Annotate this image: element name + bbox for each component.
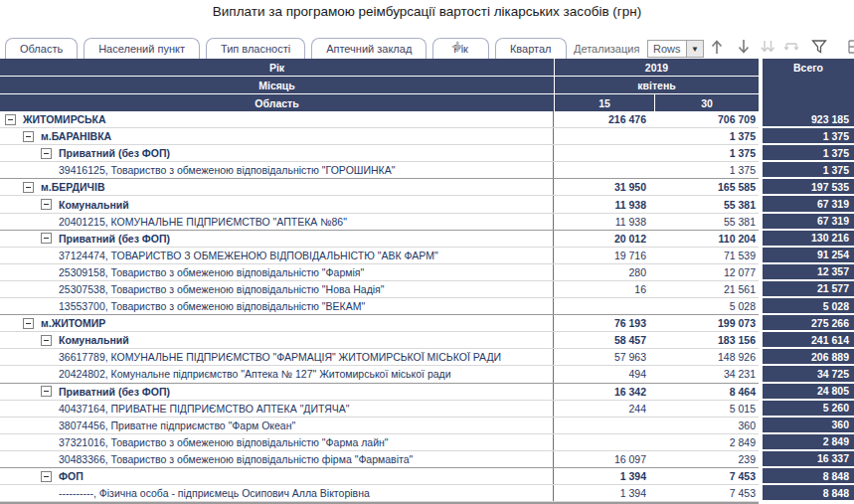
collapse-minus-icon[interactable] [41, 233, 52, 244]
table-row: Приватний (без ФОП)16 3428 46424 805 [0, 384, 854, 401]
collapse-minus-icon[interactable] [41, 148, 52, 159]
row-main-cells: 36617789, КОМУНАЛЬНЕ ПІДПРИЄМСТВО "ФАРМА… [0, 349, 759, 366]
table-row: м.ЖИТОМИР76 193199 073275 266 [0, 315, 854, 332]
value-cell-day15: 16 342 [554, 384, 654, 400]
table-row: 40437164, ПРИВАТНЕ ПІДПРИЄМСТВО АПТЕКА "… [0, 401, 854, 418]
value-cell-day15: 20 012 [554, 231, 654, 247]
table-row: 39416125, Товариство з обмеженою відпові… [0, 162, 854, 179]
row-main-cells: Комунальний11 93855 381 [0, 196, 759, 213]
expand-all-icon[interactable] [759, 38, 776, 56]
collapse-minus-icon[interactable] [23, 318, 34, 329]
row-label-cell: ----------, Фізична особа - підприємець … [0, 485, 554, 501]
value-cell-day30: 7 453 [654, 468, 759, 484]
row-label: 20424802, Комунальне підприємство "Аптек… [59, 368, 451, 380]
filter-field-chip[interactable]: Аптечний заклад [311, 38, 427, 59]
row-label: 40437164, ПРИВАТНЕ ПІДПРИЄМСТВО АПТЕКА "… [59, 403, 350, 415]
collapse-minus-icon[interactable] [23, 182, 34, 193]
collapse-minus-icon[interactable] [41, 335, 52, 346]
collapse-minus-icon[interactable] [41, 471, 52, 482]
value-cell-day30: 8 464 [654, 384, 759, 400]
filter-icon[interactable] [810, 38, 828, 56]
total-cell: 5 260 [763, 401, 854, 418]
row-main-cells: Приватний (без ФОП)1 375 [0, 145, 759, 162]
value-cell-day15 [554, 145, 654, 161]
value-cell-day15: 16 097 [554, 451, 654, 467]
row-label: Приватний (без ФОП) [59, 386, 170, 398]
value-cell-day15 [554, 418, 654, 433]
row-label-cell: м.БАРАНІВКА [0, 128, 554, 144]
collapse-minus-icon[interactable] [41, 386, 52, 397]
row-main-cells: 37124474, ТОВАРИСТВО З ОБМЕЖЕНОЮ ВІДПОВІ… [0, 248, 759, 264]
value-cell-day30: 110 204 [654, 231, 759, 247]
collapse-all-icon[interactable] [782, 38, 800, 56]
pivot-header: Рік 2019 Місяць квітень Область 15 30 Вс… [0, 59, 854, 111]
table-row: 25309158, Товариство з обмеженою відпові… [0, 264, 854, 281]
table-row: м.БАРАНІВКА1 3751 375 [0, 128, 854, 145]
value-cell-day15 [554, 128, 654, 144]
row-label: 25307538, Товариство з обмеженою відпові… [59, 283, 385, 295]
value-cell-day30: 55 381 [654, 196, 759, 212]
value-cell-day30: 706 709 [654, 111, 759, 127]
table-row: 13553700, Товариство з обмеженою відпові… [0, 298, 854, 315]
header-day-30[interactable]: 30 [655, 94, 759, 111]
add-field-icon[interactable]: + [451, 36, 463, 57]
total-cell: 24 805 [763, 384, 854, 401]
chevron-down-icon[interactable]: ▼ [686, 41, 703, 57]
row-main-cells: 30483366, Товариство з обмеженою відпові… [0, 451, 759, 468]
header-day-15[interactable]: 15 [555, 94, 654, 111]
value-cell-day15: 280 [554, 264, 654, 280]
row-label: ФОП [59, 470, 84, 482]
filter-field-chip[interactable]: Квартал [495, 38, 567, 59]
collapse-minus-icon[interactable] [5, 114, 16, 125]
partial-clipped-icon[interactable] [847, 38, 854, 56]
row-label-cell: 40437164, ПРИВАТНЕ ПІДПРИЄМСТВО АПТЕКА "… [0, 401, 554, 417]
move-down-icon[interactable] [735, 38, 753, 56]
header-month-value: квітень [555, 77, 759, 93]
detail-dropdown[interactable]: Rows ▼ [647, 40, 704, 58]
value-cell-day30: 183 156 [654, 332, 759, 348]
value-cell-day30: 1 375 [654, 128, 759, 144]
collapse-minus-icon[interactable] [41, 199, 52, 210]
value-cell-day30: 148 926 [654, 349, 759, 365]
row-main-cells: 25307538, Товариство з обмеженою відпові… [0, 281, 759, 298]
total-cell: 91 254 [763, 248, 854, 264]
row-label-cell: 36617789, КОМУНАЛЬНЕ ПІДПРИЄМСТВО "ФАРМА… [0, 349, 554, 365]
detail-label: Детализация [574, 43, 639, 55]
row-main-cells: 40437164, ПРИВАТНЕ ПІДПРИЄМСТВО АПТЕКА "… [0, 401, 759, 418]
value-cell-day30: 199 073 [654, 315, 759, 331]
collapse-minus-icon[interactable] [23, 131, 34, 142]
table-row: 25307538, Товариство з обмеженою відпові… [0, 281, 854, 298]
grand-total-header: Всего [763, 59, 854, 111]
row-label: Комунальний [59, 334, 129, 346]
row-main-cells: 13553700, Товариство з обмеженою відпові… [0, 298, 759, 315]
value-cell-day30: 71 539 [654, 248, 759, 263]
row-label-cell: 30483366, Товариство з обмеженою відпові… [0, 451, 554, 467]
row-label-cell: м.ЖИТОМИР [0, 315, 554, 331]
row-label-cell: 39416125, Товариство з обмеженою відпові… [0, 162, 554, 178]
total-cell: 21 577 [763, 281, 854, 298]
table-row: ----------, Фізична особа - підприємець … [0, 485, 854, 502]
value-cell-day15: 1 394 [554, 468, 654, 484]
filter-field-chip[interactable]: Тип власності [206, 38, 305, 59]
row-label-cell: Приватний (без ФОП) [0, 231, 554, 247]
row-main-cells: 39416125, Товариство з обмеженою відпові… [0, 162, 759, 179]
row-main-cells: Приватний (без ФОП)20 012110 204 [0, 231, 759, 248]
total-cell: 923 185 [763, 111, 854, 128]
value-cell-day15: 58 457 [554, 332, 654, 348]
value-cell-day30: 34 231 [654, 366, 759, 382]
move-up-icon[interactable] [708, 38, 726, 56]
value-cell-day15 [554, 162, 654, 178]
total-cell: 206 889 [763, 349, 854, 366]
value-cell-day15: 11 938 [554, 214, 654, 230]
row-main-cells: ФОП1 3947 453 [0, 468, 759, 485]
filter-field-chip[interactable]: Населений пункт [84, 38, 200, 59]
total-cell: 34 725 [763, 366, 854, 383]
total-cell: 67 319 [763, 214, 854, 231]
row-label: 36617789, КОМУНАЛЬНЕ ПІДПРИЄМСТВО "ФАРМА… [59, 351, 501, 363]
row-label: м.БЕРДИЧІВ [41, 181, 104, 193]
row-label-cell: 37124474, ТОВАРИСТВО З ОБМЕЖЕНОЮ ВІДПОВІ… [0, 248, 554, 263]
filter-field-chip[interactable]: Область [5, 38, 78, 59]
value-cell-day15: 11 938 [554, 196, 654, 212]
row-label: ЖИТОМИРСЬКА [23, 113, 106, 125]
value-cell-day15 [554, 434, 654, 450]
